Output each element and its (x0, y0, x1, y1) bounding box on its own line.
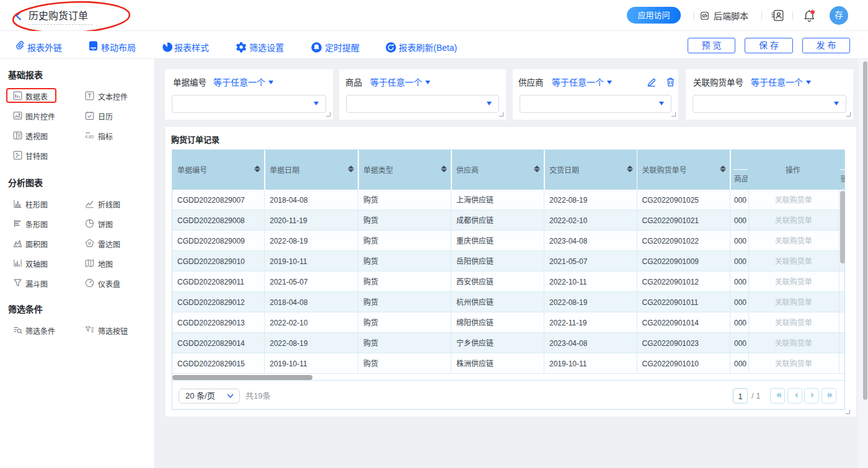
svg-text:4,80: 4,80 (85, 134, 94, 139)
